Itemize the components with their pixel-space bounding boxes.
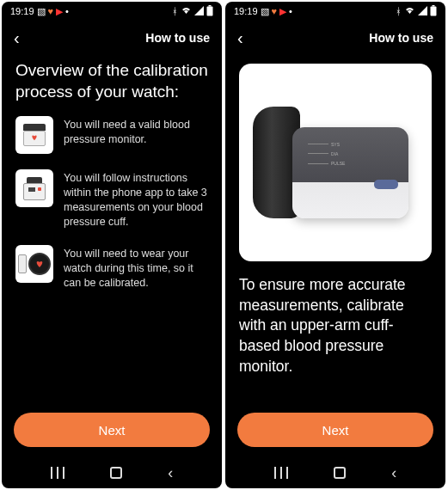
youtube-icon: ▶	[279, 6, 286, 17]
home-button[interactable]	[334, 467, 346, 479]
page-title: Overview of the calibration process of y…	[15, 60, 208, 102]
image-icon: ▧	[37, 6, 46, 17]
svg-rect-0	[209, 5, 212, 7]
bluetooth-icon: ᚼ	[172, 6, 178, 16]
system-back-button[interactable]: ‹	[391, 465, 396, 481]
signal-icon	[418, 6, 427, 17]
screen-overview: 19:19 ▧ ♥ ▶ • ᚼ ‹ How to use Overview of…	[2, 2, 222, 488]
dot-icon: •	[65, 6, 69, 16]
next-button[interactable]: Next	[14, 413, 210, 447]
status-bar: 19:19 ▧ ♥ ▶ • ᚼ	[2, 2, 222, 21]
monitor-start-button-graphic	[374, 180, 398, 189]
system-back-button[interactable]: ‹	[168, 465, 173, 481]
status-time: 19:19	[234, 6, 258, 16]
monitor-image: SYS DIA PULSE	[239, 64, 432, 261]
youtube-icon: ▶	[56, 6, 63, 17]
system-navbar: ‹	[2, 457, 222, 488]
recent-apps-button[interactable]	[274, 467, 288, 479]
back-button[interactable]: ‹	[14, 29, 20, 46]
svg-rect-3	[431, 6, 437, 15]
top-bar: ‹ How to use	[225, 21, 445, 55]
top-bar: ‹ How to use	[2, 21, 222, 55]
home-button[interactable]	[110, 467, 122, 479]
wifi-icon	[404, 6, 415, 17]
dot-icon: •	[289, 6, 292, 16]
heart-icon: ♥	[48, 6, 54, 16]
bp-monitor-icon	[15, 116, 53, 154]
battery-icon	[430, 5, 437, 18]
status-bar: 19:19 ▧ ♥ ▶ • ᚼ	[225, 2, 445, 21]
image-icon: ▧	[261, 6, 269, 17]
back-button[interactable]: ‹	[237, 29, 243, 46]
step-item: You will need a valid blood pressure mon…	[15, 116, 208, 154]
step-text: You will need a valid blood pressure mon…	[64, 116, 208, 147]
step-item: You will follow instructions within the …	[15, 169, 208, 230]
how-to-use-link[interactable]: How to use	[145, 31, 210, 45]
screen-monitor-info: 19:19 ▧ ♥ ▶ • ᚼ ‹ How to use	[225, 2, 445, 488]
cuff-icon	[15, 169, 53, 207]
step-text: You will follow instructions within the …	[64, 169, 208, 230]
step-text: You will need to wear your watch during …	[64, 245, 208, 291]
heart-icon: ♥	[272, 6, 278, 16]
battery-icon	[206, 5, 213, 18]
next-button[interactable]: Next	[237, 413, 433, 447]
signal-icon	[194, 6, 204, 17]
svg-rect-2	[433, 5, 435, 7]
body-text: To ensure more accurate measurements, ca…	[239, 275, 432, 377]
status-time: 19:19	[10, 6, 34, 16]
steps-list: You will need a valid blood pressure mon…	[15, 116, 208, 290]
watch-icon	[15, 245, 53, 283]
recent-apps-button[interactable]	[51, 467, 64, 479]
svg-rect-1	[207, 6, 213, 15]
bluetooth-icon: ᚼ	[396, 6, 402, 16]
wifi-icon	[181, 6, 192, 17]
system-navbar: ‹	[225, 457, 445, 488]
step-item: You will need to wear your watch during …	[15, 245, 208, 291]
how-to-use-link[interactable]: How to use	[369, 31, 433, 45]
